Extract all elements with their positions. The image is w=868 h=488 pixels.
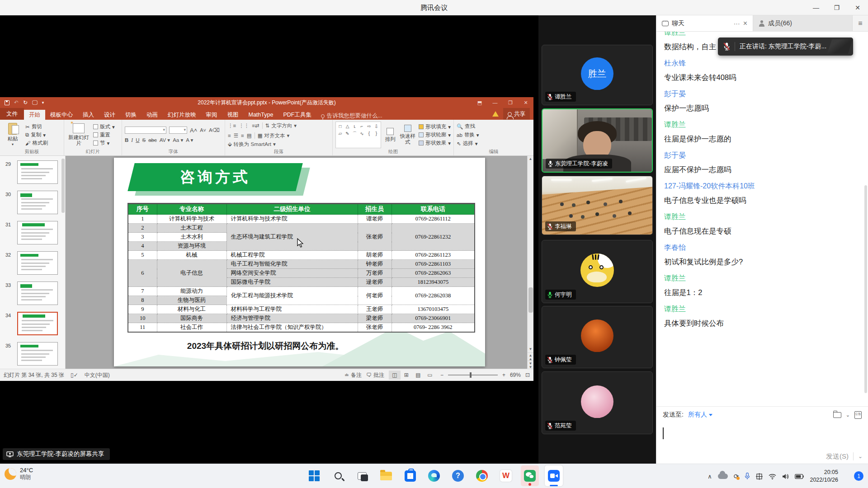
arrange-button[interactable]: 排列	[384, 122, 396, 148]
slide-thumbnail-34[interactable]: 34	[0, 312, 65, 338]
spellcheck-icon[interactable]: ▯✓	[71, 372, 78, 378]
chat-message-list[interactable]: 谭胜兰数据结构，自主杜永锋专业课未来会转408吗彭于晏保护一志愿吗谭胜兰往届是保…	[656, 32, 868, 406]
ribbon-tab-插入[interactable]: 插入	[78, 110, 99, 120]
tencent-meeting-button[interactable]	[545, 465, 563, 486]
shape-fill-button[interactable]: 形状填充 ▾	[419, 123, 451, 130]
chat-close-icon[interactable]: ×	[743, 19, 747, 28]
font-style-a-icon[interactable]: A ▾	[186, 137, 193, 143]
zoom-slider[interactable]	[448, 375, 498, 375]
slideshow-view-icon[interactable]: ▭	[424, 371, 436, 380]
paste-button[interactable]: 粘贴▾	[3, 122, 23, 148]
screenshot-folder-icon[interactable]	[833, 412, 841, 418]
save-icon[interactable]	[5, 100, 9, 105]
battery-icon[interactable]	[795, 474, 804, 479]
ribbon-tab-模板中心[interactable]: 模板中心	[45, 110, 78, 120]
normal-view-icon[interactable]: ◫	[389, 371, 401, 380]
slide-thumbnail-29[interactable]: 29	[0, 160, 65, 186]
participant-tile-1[interactable]: 胜兰谭胜兰	[542, 45, 653, 105]
font-style-abc-icon[interactable]: abc	[148, 137, 157, 143]
font-size-select[interactable]	[169, 127, 187, 134]
shape-outline-button[interactable]: 形状轮廓 ▾	[419, 131, 451, 138]
slide-thumbnail-33[interactable]: 33	[0, 282, 65, 307]
shape-effects-button[interactable]: 形状效果 ▾	[419, 140, 451, 146]
redo-icon[interactable]: ↻	[23, 99, 28, 106]
align-left-icon[interactable]: ≡	[228, 133, 231, 138]
tell-me-box[interactable]: 告诉我您想要做什么...	[321, 112, 382, 120]
view-switcher[interactable]: ◫ ⊞ ▤ ▭	[389, 371, 436, 380]
font-style-u-icon[interactable]: U	[136, 137, 139, 143]
chat-scrollbar[interactable]	[864, 185, 867, 393]
font-style-s-icon[interactable]: S	[142, 137, 146, 143]
ribbon-tab-动画[interactable]: 动画	[142, 110, 163, 120]
ppt-restore-button[interactable]: ❐	[503, 97, 518, 108]
taskbar-clock[interactable]: 20:05 2022/10/26	[810, 469, 838, 484]
section-button[interactable]: 节 ▾	[93, 140, 115, 146]
align-right-icon[interactable]: ≡	[241, 133, 244, 138]
thumbnail-scrollbar[interactable]	[61, 159, 65, 213]
ribbon-tab-视图[interactable]: 视图	[222, 110, 244, 120]
send-button[interactable]: 发送(S)	[826, 452, 849, 461]
font-style-av-icon[interactable]: AV ▾	[160, 137, 170, 143]
slide-thumbnail-32[interactable]: 32	[0, 251, 65, 277]
previous-slide-button[interactable]: ▲▲	[528, 352, 533, 361]
zoom-level[interactable]: 69%	[510, 372, 521, 378]
zoom-slider-thumb[interactable]	[470, 372, 472, 378]
minimize-button[interactable]: —	[806, 0, 826, 15]
maximize-button[interactable]: ❐	[826, 0, 847, 15]
edge-button[interactable]	[425, 465, 443, 486]
notes-toggle[interactable]: ≐ 备注	[344, 371, 362, 379]
smartart-button[interactable]: ⬙ 转换为 SmartArt ▾	[228, 141, 276, 148]
tray-mic-icon[interactable]	[745, 473, 750, 480]
wechat-button[interactable]	[521, 465, 539, 486]
ribbon-tab-审阅[interactable]: 审阅	[201, 110, 222, 120]
participant-tile-5[interactable]: 钟佩莹	[542, 306, 653, 368]
chrome-button[interactable]	[473, 465, 491, 486]
ribbon-tab-幻灯片放映[interactable]: 幻灯片放映	[163, 110, 201, 120]
ribbon-tab-MathType[interactable]: MathType	[244, 110, 278, 120]
font-style-aa-icon[interactable]: Aa ▾	[173, 137, 183, 143]
align-center-icon[interactable]: ☰	[234, 132, 238, 139]
ppt-share-button[interactable]: 共享	[503, 108, 530, 120]
ppt-minimize-button[interactable]: —	[487, 97, 503, 108]
speaker-icon[interactable]	[782, 474, 789, 479]
next-slide-button[interactable]: ▼▼	[528, 361, 533, 369]
participant-tile-6[interactable]: 范苑莹	[542, 371, 653, 434]
reading-view-icon[interactable]: ▤	[412, 371, 424, 380]
new-slide-button[interactable]: 新建幻灯片	[67, 122, 90, 148]
pen-touch-icon[interactable]	[756, 473, 763, 480]
update-sync-icon[interactable]: ⟳	[734, 473, 739, 480]
ribbon-tab-文件[interactable]: 文件	[0, 108, 24, 120]
slide-thumbnail-30[interactable]: 30	[0, 191, 65, 216]
participant-tile-2[interactable]: 东莞理工学院-李蔚凌	[542, 108, 653, 173]
participant-tile-4[interactable]: 何宇明	[542, 240, 653, 303]
participant-tile-3[interactable]: 李福琳	[542, 176, 653, 235]
scroll-up-icon[interactable]: ▲	[529, 156, 533, 162]
shapes-gallery[interactable]: □△ʟ⌐⇨⇩ ▱✎⌒∿{}	[335, 122, 381, 148]
grow-font-icon[interactable]: A˄	[190, 127, 197, 134]
quick-styles-button[interactable]: 快速样式	[399, 122, 416, 148]
layout-button[interactable]: 版式 ▾	[93, 123, 115, 130]
reset-button[interactable]: 重置	[93, 131, 115, 138]
slide-vertical-scrollbar[interactable]: ▲ ▼ ▲▲ ▼▼	[527, 156, 533, 369]
activation-warning-icon[interactable]	[492, 111, 499, 117]
help-button[interactable]: ?	[449, 465, 467, 486]
language-status[interactable]: 中文(中国)	[85, 371, 110, 379]
ribbon-tab-切换[interactable]: 切换	[120, 110, 142, 120]
zoom-out-icon[interactable]: −	[440, 372, 443, 378]
font-style-i-icon[interactable]: I	[131, 137, 133, 143]
wps-button[interactable]: W	[497, 465, 515, 486]
select-button[interactable]: ⇖ 选择 ▾	[457, 140, 479, 147]
clear-format-icon[interactable]: A⌫	[209, 127, 220, 133]
taskbar-weather-widget[interactable]: 24°C 晴朗	[5, 467, 33, 481]
font-style-b-icon[interactable]: B	[125, 137, 128, 143]
ribbon-tab-PDF工具集[interactable]: PDF工具集	[278, 110, 316, 120]
tray-expand-icon[interactable]: ∧	[708, 473, 712, 480]
text-direction-button[interactable]: ⇅ 文字方向 ▾	[265, 122, 297, 129]
close-button[interactable]: ✕	[847, 0, 868, 15]
file-explorer-button[interactable]	[377, 465, 395, 486]
send-options-icon[interactable]: ⌄	[858, 453, 863, 460]
slide-thumbnail-35[interactable]: 35	[0, 342, 65, 368]
cloud-icon[interactable]	[718, 474, 728, 479]
chat-input[interactable]	[656, 423, 868, 449]
search-button[interactable]	[329, 465, 347, 486]
